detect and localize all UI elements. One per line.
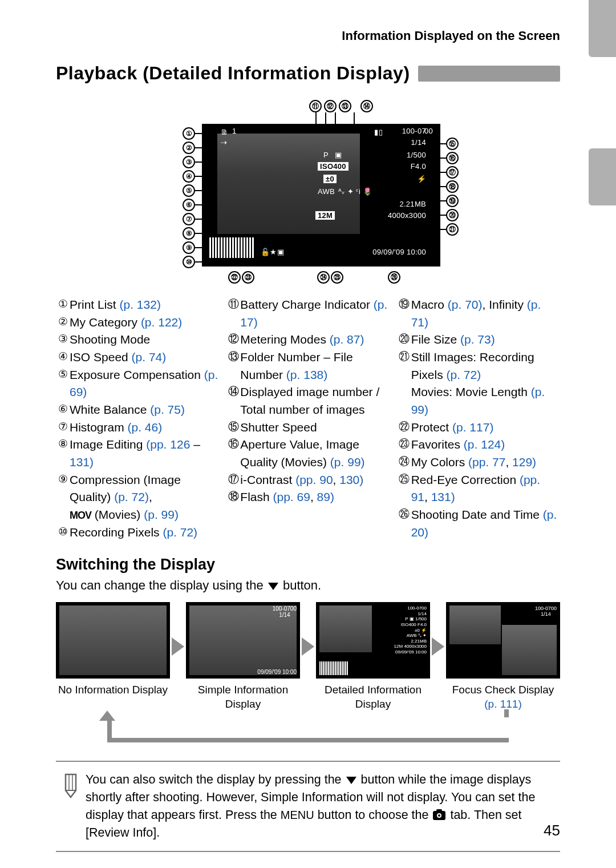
legend-text: File Size (p. 73) [411, 331, 560, 349]
legend-number: ㉕ [398, 471, 411, 487]
mode-detailed: 100-07001/14P ▣ 1/500ISO400 F4.0±0 ⚡AWB … [316, 602, 430, 711]
page-link[interactable]: (pp. 91 [411, 473, 540, 504]
page-link[interactable]: 131) [431, 490, 455, 503]
callout-legend: ①Print List (p. 132)②My Category (p. 122… [56, 296, 560, 541]
legend-number: ⑯ [226, 436, 240, 452]
legend-number: ⑮ [226, 419, 240, 435]
callout-26: ㉖ [388, 271, 400, 284]
legend-text: My Category (p. 122) [70, 314, 218, 332]
mode-focus-check: 100-07001/14 Focus Check Display (p. 111… [446, 602, 560, 711]
legend-text: Folder Number – File Number (p. 138) [240, 349, 389, 383]
legend-text: Displayed image number / Total number of… [240, 383, 389, 418]
callout-2: ② [183, 142, 195, 154]
down-arrow-icon [346, 777, 356, 784]
page-link[interactable]: (pp. 69 [273, 490, 310, 503]
page-link[interactable]: (p. 132) [120, 298, 161, 311]
shutter-speed: 1/500 [407, 151, 426, 159]
page-link[interactable]: (p. 87) [330, 333, 364, 346]
left-callouts: ① ② ③ ④ ⑤ ⑥ ⑦ ⑧ ⑨ ⑩ [183, 127, 195, 268]
mode-focus-link[interactable]: (p. 111) [484, 698, 521, 710]
iso-value: ISO400 [318, 162, 348, 171]
callout-12: ⑫ [324, 100, 337, 112]
callout-19: ⑲ [446, 195, 459, 207]
callout-23: ㉓ [242, 271, 254, 284]
legend-number: ㉔ [398, 454, 411, 470]
page-link[interactable]: (p. 46) [128, 421, 163, 434]
page-link[interactable]: (p. 99) [144, 508, 179, 521]
size-label: 12M [315, 211, 335, 220]
legend-number: ③ [56, 331, 70, 347]
legend-text: Favorites (p. 124) [411, 436, 560, 454]
legend-number: ㉓ [398, 436, 411, 452]
page-link[interactable]: (p. 72) [163, 526, 197, 539]
mode-simple: 100-07001/1409/09/'09 10:00 Simple Infor… [186, 602, 300, 711]
callout-22: ㉒ [228, 271, 241, 284]
page-link[interactable]: (p. 124) [464, 438, 505, 451]
legend-text: ISO Speed (p. 74) [70, 349, 218, 366]
display-modes-row: No Information Display 100-07001/1409/09… [56, 602, 560, 711]
legend-item: ⑱Flash (pp. 69, 89) [226, 488, 389, 506]
print-count: 1 [232, 127, 237, 135]
callout-5: ⑤ [183, 184, 195, 197]
page-link[interactable]: (p. 122) [141, 316, 182, 329]
chapter-tab-mid [589, 148, 616, 205]
legend-text: Macro (p. 70), Infinity (p. 71) [411, 296, 560, 331]
page-link[interactable]: 130) [339, 473, 363, 486]
legend-number: ⑭ [226, 383, 240, 399]
manual-page: Information Displayed on the Screen Play… [0, 0, 616, 868]
legend-number: ⑤ [56, 366, 70, 382]
legend-number: ⑪ [226, 296, 240, 312]
callout-1: ① [183, 127, 195, 140]
page-link[interactable]: (p. 72) [447, 368, 481, 381]
legend-text: Flash (pp. 69, 89) [240, 488, 389, 506]
page-link[interactable]: 89) [317, 490, 334, 503]
legend-item: ⑮Shutter Speed [226, 419, 389, 437]
legend-number: ⑦ [56, 419, 70, 435]
page-link[interactable]: (p. 70) [448, 298, 483, 311]
page-link[interactable]: (p. 99) [411, 385, 545, 416]
legend-text: Compression (Image Quality) (p. 72), MOV… [70, 471, 218, 524]
legend-number: ㉖ [398, 506, 411, 522]
legend-item: ⑦Histogram (p. 46) [56, 419, 218, 437]
file-size: 2.21MB [399, 200, 426, 208]
wb-value: AWB [318, 187, 335, 196]
page-link[interactable]: (p. 69) [70, 368, 218, 399]
page-link[interactable]: (pp. 90 [295, 473, 333, 486]
legend-item: ⑥White Balance (p. 75) [56, 401, 218, 419]
legend-number: ⑧ [56, 436, 70, 452]
legend-item: ⑭Displayed image number / Total number o… [226, 383, 389, 418]
callout-7: ⑦ [183, 213, 195, 225]
page-link[interactable]: (p. 74) [132, 350, 167, 364]
down-arrow-icon [268, 583, 278, 590]
page-link[interactable]: 129) [512, 455, 536, 469]
page-link[interactable]: (p. 99) [330, 455, 365, 469]
legend-item: ㉕Red-Eye Correction (pp. 91, 131) [398, 471, 560, 506]
page-link[interactable]: (p. 73) [460, 333, 495, 346]
legend-number: ⑳ [398, 331, 411, 347]
legend-text: Still Images: Recording Pixels (p. 72)Mo… [411, 349, 560, 419]
category-icon: ⇢ [221, 138, 227, 147]
legend-item: ㉒Protect (p. 117) [398, 419, 560, 437]
page-link[interactable]: (pp. 126 [146, 438, 190, 451]
folder-file: 100-07 [402, 127, 426, 135]
battery-icon: ▮▯ [374, 128, 383, 136]
page-link[interactable]: (p. 72) [114, 490, 149, 503]
legend-number: ㉑ [398, 349, 411, 365]
callout-17: ⑰ [446, 166, 459, 179]
page-link[interactable]: 131) [70, 455, 94, 469]
legend-item: ④ISO Speed (p. 74) [56, 349, 218, 366]
page-link[interactable]: (p. 20) [411, 508, 557, 539]
legend-number: ⑨ [56, 471, 70, 487]
mode-no-info: No Information Display [56, 602, 170, 697]
histogram [209, 237, 255, 258]
page-link[interactable]: (p. 17) [240, 298, 387, 329]
legend-number: ⑥ [56, 401, 70, 417]
page-link[interactable]: (pp. 77 [468, 455, 505, 469]
legend-number: ⑲ [398, 296, 411, 312]
callout-25: ㉕ [331, 271, 343, 284]
page-link[interactable]: (p. 75) [150, 403, 185, 416]
page-link[interactable]: (p. 117) [452, 421, 493, 434]
page-link[interactable]: (p. 138) [286, 368, 327, 381]
legend-item: ⑩Recording Pixels (p. 72) [56, 524, 218, 542]
legend-item: ⑤Exposure Compensation (p. 69) [56, 366, 218, 401]
